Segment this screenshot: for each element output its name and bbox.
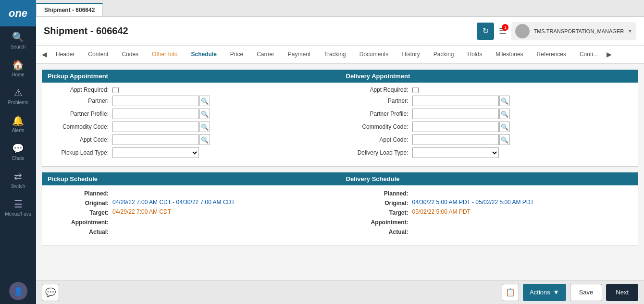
delivery-appt-code-input[interactable]: [412, 134, 499, 145]
delivery-planned-row: Planned:: [350, 189, 631, 197]
pickup-partner-profile-label: Partner Profile:: [50, 110, 112, 117]
sidebar-label-chats: Chats: [12, 156, 24, 161]
bell-icon: 🔔: [12, 115, 24, 126]
header-actions: ↻ ☰ 1 TMS.TRANSPORTATION_MANAGER ▼: [477, 22, 636, 40]
nav-right-arrow[interactable]: ▶: [605, 50, 614, 58]
delivery-original-value: 04/30/22 5:00 AM PDT - 05/02/22 5:00 AM …: [412, 199, 534, 206]
tab-header[interactable]: Header: [49, 46, 81, 64]
pickup-commodity-code-input[interactable]: [112, 122, 199, 132]
pickup-original-row: Original: 04/29/22 7:00 AM CDT - 04/30/2…: [50, 199, 331, 207]
tab-packing[interactable]: Packing: [427, 46, 461, 64]
refresh-button[interactable]: ↻: [477, 23, 494, 40]
pickup-partner-input[interactable]: [112, 96, 199, 106]
delivery-partner-label: Partner:: [350, 97, 412, 104]
pickup-load-type-select[interactable]: [112, 147, 199, 158]
sidebar-item-problems[interactable]: ⚠ Problems: [0, 82, 36, 110]
pickup-appt-code-search-button[interactable]: 🔍: [199, 134, 210, 145]
tab-references[interactable]: References: [530, 46, 573, 64]
delivery-target-value: 05/02/22 5:00 AM PDT: [412, 208, 471, 215]
delivery-actual-row: Actual:: [350, 228, 631, 235]
pickup-appt-code-input[interactable]: [112, 134, 199, 145]
tab-payment[interactable]: Payment: [281, 46, 317, 64]
tab-documents[interactable]: Documents: [353, 46, 396, 64]
pickup-actual-label: Actual:: [50, 228, 112, 235]
switch-icon: ⇄: [14, 170, 22, 182]
tab-carrier[interactable]: Carrier: [250, 46, 281, 64]
nav-tabs: ◀ Header Content Codes Other Info Schedu…: [36, 46, 644, 64]
pickup-commodity-code-label: Commodity Code:: [50, 123, 112, 130]
save-button[interactable]: Save: [570, 284, 603, 301]
sidebar-item-menus[interactable]: ☰ Menus/Favs: [0, 194, 36, 221]
delivery-commodity-code-input[interactable]: [412, 122, 499, 132]
user-info[interactable]: TMS.TRANSPORTATION_MANAGER ▼: [511, 22, 636, 40]
user-name: TMS.TRANSPORTATION_MANAGER: [533, 28, 624, 34]
tab-codes[interactable]: Codes: [115, 46, 145, 64]
pickup-appt-required-row: Appt Required:: [50, 86, 331, 93]
footer-left: 💬: [42, 284, 59, 301]
delivery-planned-label: Planned:: [350, 189, 412, 197]
actions-dropdown-arrow: ▼: [553, 289, 559, 296]
pickup-appointment-label: Appointment:: [50, 218, 112, 226]
delivery-schedule-header: Delivery Schedule: [340, 172, 639, 185]
schedule-section: Pickup Schedule Delivery Schedule Planne…: [42, 172, 638, 245]
pickup-partner-search-button[interactable]: 🔍: [199, 96, 210, 106]
sidebar-item-alerts[interactable]: 🔔 Alerts: [0, 110, 36, 138]
next-button[interactable]: Next: [606, 284, 638, 301]
delivery-appt-code-search-button[interactable]: 🔍: [499, 134, 510, 145]
sidebar-item-switch[interactable]: ⇄ Switch: [0, 166, 36, 194]
delivery-target-row: Target: 05/02/22 5:00 AM PDT: [350, 208, 631, 216]
delivery-appointment-label: Appointment:: [350, 218, 412, 226]
schedule-body: Planned: Original: 04/29/22 7:00 AM CDT …: [42, 185, 638, 245]
tab-conti[interactable]: Conti...: [573, 46, 605, 64]
tab-schedule[interactable]: Schedule: [184, 46, 223, 64]
sidebar-label-menus: Menus/Favs: [5, 211, 31, 217]
sidebar-item-chats[interactable]: 💬 Chats: [0, 138, 36, 166]
tab-history[interactable]: History: [395, 46, 426, 64]
avatar[interactable]: 👤: [9, 282, 27, 300]
footer: 💬 📋 Actions ▼ Save Next: [36, 280, 644, 304]
nav-left-arrow[interactable]: ◀: [40, 50, 49, 58]
delivery-partner-profile-input[interactable]: [412, 109, 499, 119]
upload-button[interactable]: 📋: [502, 284, 519, 301]
tab-price[interactable]: Price: [223, 46, 250, 64]
delivery-partner-profile-search-button[interactable]: 🔍: [499, 109, 510, 119]
content-area: Pickup Appointment Delivery Appointment …: [36, 64, 644, 280]
chat-button[interactable]: 💬: [42, 284, 59, 301]
app-logo[interactable]: one: [0, 0, 36, 26]
warning-icon: ⚠: [14, 87, 23, 98]
footer-right: 📋 Actions ▼ Save Next: [502, 284, 638, 301]
header-bar: Shipment - 606642 ↻ ☰ 1 TMS.TRANSPORTATI…: [36, 17, 644, 46]
search-icon: 🔍: [12, 31, 24, 43]
tab-holds[interactable]: Holds: [461, 46, 489, 64]
pickup-planned-row: Planned:: [50, 189, 331, 197]
actions-button[interactable]: Actions ▼: [523, 284, 566, 301]
tab-other-info[interactable]: Other Info: [145, 46, 184, 64]
delivery-load-type-select[interactable]: [412, 147, 499, 158]
delivery-target-label: Target:: [350, 208, 412, 216]
delivery-appt-required-checkbox[interactable]: [412, 87, 419, 93]
sidebar-item-search[interactable]: 🔍 Search: [0, 26, 36, 54]
pickup-partner-profile-search-button[interactable]: 🔍: [199, 109, 210, 119]
home-icon: 🏠: [12, 59, 24, 71]
menu-icon: ☰: [14, 198, 23, 210]
pickup-partner-profile-input[interactable]: [112, 109, 199, 119]
delivery-commodity-search-button[interactable]: 🔍: [499, 122, 510, 132]
sidebar: one 🔍 Search 🏠 Home ⚠ Problems 🔔 Alerts …: [0, 0, 36, 304]
pickup-commodity-search-button[interactable]: 🔍: [199, 122, 210, 132]
pickup-appt-code-label: Appt Code:: [50, 136, 112, 143]
sidebar-item-home[interactable]: 🏠 Home: [0, 54, 36, 82]
tab-tracking[interactable]: Tracking: [317, 46, 353, 64]
delivery-original-label: Original:: [350, 199, 412, 207]
delivery-appointment-header: Delivery Appointment: [340, 70, 639, 83]
tab-milestones[interactable]: Milestones: [489, 46, 530, 64]
user-dropdown-arrow: ▼: [628, 28, 632, 34]
pickup-appt-required-checkbox[interactable]: [112, 87, 119, 93]
delivery-partner-input[interactable]: [412, 96, 499, 106]
tab-content[interactable]: Content: [81, 46, 115, 64]
sidebar-label-problems: Problems: [8, 100, 28, 105]
pickup-appt-code-row: Appt Code: 🔍: [50, 134, 331, 145]
pickup-planned-label: Planned:: [50, 189, 112, 197]
menu-button[interactable]: ☰ 1: [499, 26, 507, 36]
delivery-partner-search-button[interactable]: 🔍: [499, 96, 510, 106]
top-tab-shipment[interactable]: Shipment - 606642: [36, 3, 103, 16]
